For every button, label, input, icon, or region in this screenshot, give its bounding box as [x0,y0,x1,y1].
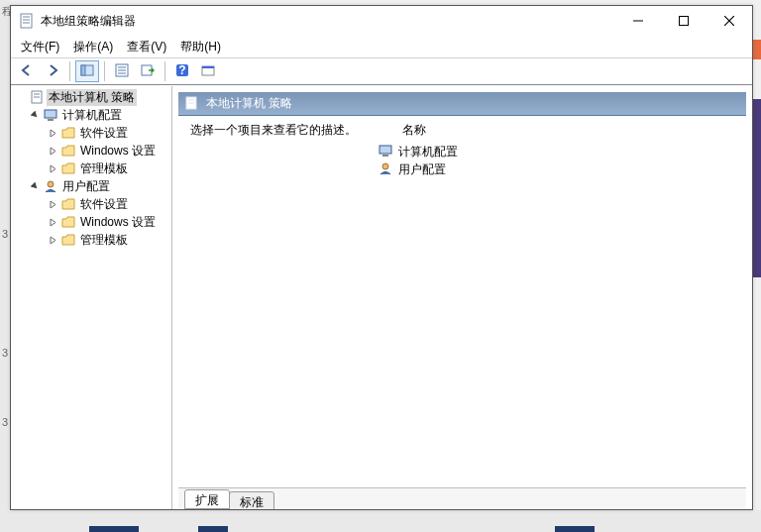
export-button[interactable] [136,60,160,82]
bg-text: 3 [2,416,8,428]
svg-rect-29 [382,155,388,157]
back-button[interactable] [15,60,39,82]
svg-point-30 [382,163,388,169]
svg-point-24 [48,181,54,187]
window-title: 本地组策略编辑器 [41,13,136,30]
app-icon [19,13,35,29]
document-icon [29,89,45,105]
tree-admin-templates[interactable]: 管理模板 [11,160,171,177]
list-item-computer-config[interactable]: 计算机配置 [379,143,734,160]
menu-file[interactable]: 文件(F) [21,39,59,55]
help-button[interactable]: ? [170,60,194,82]
svg-rect-5 [680,17,689,26]
bg-text: 程 [2,4,8,19]
title-bar: 本地组策略编辑器 [11,6,752,36]
expand-icon[interactable] [47,198,58,210]
toolbar-separator [69,61,70,81]
user-icon [43,178,58,194]
properties-icon [115,63,129,80]
svg-rect-18 [202,66,214,68]
toolbar: ? [11,57,752,85]
tree-item-label: Windows 设置 [78,143,158,160]
expand-icon[interactable] [47,162,58,174]
tree-item-label: 管理模板 [78,232,130,249]
menu-action[interactable]: 操作(A) [73,39,113,55]
svg-text:?: ? [178,63,185,77]
computer-icon [43,107,58,123]
bg-text: 3 [2,347,8,359]
expand-icon[interactable] [47,216,58,228]
details-header: 本地计算机 策略 [178,92,746,116]
tree-item-label: 用户配置 [60,178,112,195]
toolbar-separator [164,61,165,81]
tree-windows-settings[interactable]: Windows 设置 [11,213,171,231]
svg-rect-23 [48,119,54,121]
forward-button[interactable] [41,60,64,82]
folder-icon [60,143,76,159]
bg-text: 3 [2,228,8,240]
help-icon: ? [175,63,189,80]
arrow-right-icon [46,63,59,80]
folder-icon [60,160,76,176]
expand-icon[interactable] [47,234,58,246]
expand-icon[interactable] [47,145,58,157]
minimize-button[interactable] [615,6,661,36]
document-icon [184,96,200,112]
menu-view[interactable]: 查看(V) [127,39,166,55]
tab-extended[interactable]: 扩展 [184,489,230,509]
details-header-title: 本地计算机 策略 [206,95,292,112]
properties-button[interactable] [110,60,134,82]
collapse-icon[interactable] [29,180,41,192]
window-icon [201,63,215,80]
user-icon [379,161,394,177]
toolbar-separator [104,61,105,81]
svg-rect-22 [45,110,56,118]
menu-help[interactable]: 帮助(H) [180,39,221,55]
folder-icon [60,196,76,212]
folder-icon [60,214,76,230]
list-item-label: 用户配置 [398,161,446,178]
description-text: 选择一个项目来查看它的描述。 [190,122,357,139]
content-area: 本地计算机 策略 计算机配置 软件设置 Windows 设置 管理模板 [11,85,752,509]
tree-software-settings[interactable]: 软件设置 [11,124,171,142]
expand-icon[interactable] [47,127,58,139]
computer-icon [379,144,394,160]
svg-rect-9 [81,65,85,75]
tree-root[interactable]: 本地计算机 策略 [11,88,171,106]
tab-strip: 扩展 标准 [178,487,746,509]
tree-item-label: 软件设置 [78,125,130,142]
menu-bar: 文件(F) 操作(A) 查看(V) 帮助(H) [11,36,752,57]
app-window: 本地组策略编辑器 文件(F) 操作(A) 查看(V) 帮助(H) ? [10,5,753,510]
filter-button[interactable] [196,60,220,82]
folder-icon [60,232,76,248]
list-item-label: 计算机配置 [398,144,458,160]
collapse-icon[interactable] [29,109,41,121]
tab-standard[interactable]: 标准 [229,491,274,509]
list-item-user-config[interactable]: 用户配置 [379,160,734,178]
export-icon [141,63,155,80]
tree-pane: 本地计算机 策略 计算机配置 软件设置 Windows 设置 管理模板 [11,86,172,509]
tree-item-label: 管理模板 [78,160,130,177]
svg-rect-28 [380,146,391,154]
svg-rect-0 [21,14,32,28]
tree-item-label: 本地计算机 策略 [47,89,137,106]
arrow-left-icon [20,63,34,80]
column-header-name[interactable]: 名称 [402,122,426,139]
tree-software-settings[interactable]: 软件设置 [11,195,171,213]
tree-windows-settings[interactable]: Windows 设置 [11,142,171,160]
tree-user-config[interactable]: 用户配置 [11,177,171,195]
tree-computer-config[interactable]: 计算机配置 [11,106,171,124]
tree-admin-templates[interactable]: 管理模板 [11,231,171,249]
panel-icon [80,63,94,80]
tree-item-label: 软件设置 [78,196,130,213]
close-button[interactable] [707,6,752,36]
up-one-level-button[interactable] [75,60,99,82]
maximize-button[interactable] [661,6,707,36]
folder-icon [60,125,76,141]
details-pane: 本地计算机 策略 选择一个项目来查看它的描述。 名称 计算机配置 用户配置 [172,86,752,509]
tree-item-label: Windows 设置 [78,214,158,231]
tree-item-label: 计算机配置 [60,107,124,124]
